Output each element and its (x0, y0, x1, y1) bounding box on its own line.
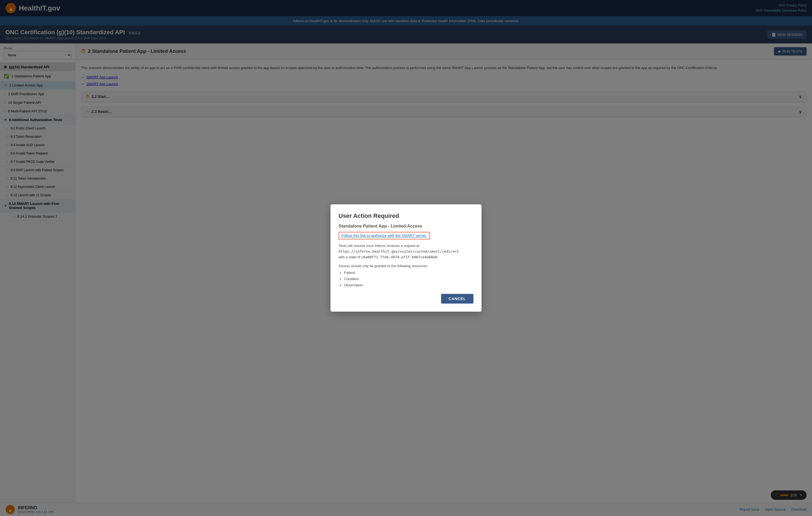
resource-condition: Condition (344, 276, 473, 282)
modal-resources-intro: Access should only be granted to the fol… (339, 264, 428, 268)
modal-auth-link[interactable]: Follow this link to authorize with the S… (339, 232, 430, 239)
modal-body-intro: Tests will resume once Inferno receives … (339, 244, 419, 248)
resource-observation: Observation (344, 282, 473, 288)
modal-title: User Action Required (339, 212, 473, 219)
modal-state: c6a00f71-77eb-4974-af1f-b96fce4a68e0 (361, 255, 437, 259)
modal-resources: Access should only be granted to the fol… (339, 264, 473, 289)
modal-state-prefix: with a state of (339, 255, 360, 259)
modal-subtitle: Standalone Patient App - Limited Access (339, 224, 473, 229)
resource-patient: Patient (344, 270, 473, 276)
modal-actions: CANCEL (339, 294, 473, 304)
modal-url: https://inferno.healthit.gov/suites/cust… (339, 249, 459, 253)
modal-resource-list: Patient Condition Observation (344, 270, 473, 289)
modal: User Action Required Standalone Patient … (330, 204, 482, 312)
modal-overlay: User Action Required Standalone Patient … (0, 0, 812, 516)
modal-body: Tests will resume once Inferno receives … (339, 243, 473, 260)
cancel-button[interactable]: CANCEL (441, 294, 473, 304)
